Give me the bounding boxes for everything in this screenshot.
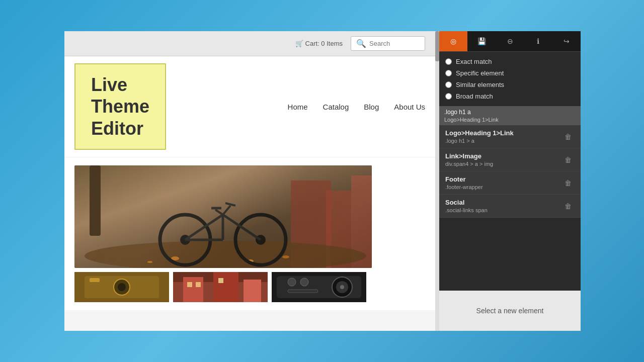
element-name-2: Footer: [445, 175, 561, 183]
scrollbar-thumb[interactable]: [435, 31, 439, 61]
remove-icon: ⊖: [507, 37, 513, 45]
logo-box: LiveThemeEditor: [74, 63, 166, 150]
element-selector-0: .logo h1 > a: [445, 138, 561, 144]
svg-rect-31: [213, 272, 238, 302]
match-option-specific[interactable]: Specific element: [445, 67, 575, 79]
element-list: Logo>Heading 1>Link .logo h1 > a 🗑 Link>…: [439, 125, 581, 291]
preview-topbar: 🛒 Cart: 0 Items 🔍: [64, 31, 435, 56]
element-item-0[interactable]: Logo>Heading 1>Link .logo h1 > a 🗑: [439, 125, 581, 148]
thumb-camera: [74, 272, 169, 302]
svg-rect-32: [244, 280, 261, 302]
delete-btn-3[interactable]: 🗑: [561, 201, 575, 211]
svg-rect-2: [90, 165, 101, 236]
preview-area: 🛒 Cart: 0 Items 🔍 LiveThemeEditor Home C…: [64, 31, 435, 331]
match-option-exact[interactable]: Exact match: [445, 56, 575, 67]
thumb-building: [173, 272, 268, 302]
svg-rect-35: [218, 278, 223, 283]
logo-text: LiveThemeEditor: [91, 74, 149, 139]
search-input[interactable]: [369, 40, 420, 47]
target-icon: ◎: [450, 37, 456, 45]
svg-point-41: [288, 278, 296, 286]
label-similar: Similar elements: [456, 81, 504, 88]
label-exact: Exact match: [456, 58, 492, 65]
cart-label: Cart: 0 Items: [305, 40, 343, 47]
match-option-broad[interactable]: Broad match: [445, 90, 575, 102]
element-info-0: Logo>Heading 1>Link .logo h1 > a: [445, 129, 561, 144]
tab-info[interactable]: ℹ: [524, 31, 552, 51]
tab-target[interactable]: ◎: [439, 31, 467, 51]
match-options: Exact match Specific element Similar ele…: [439, 52, 581, 106]
element-info-3: Social .social-links span: [445, 199, 561, 213]
main-window: 🛒 Cart: 0 Items 🔍 LiveThemeEditor Home C…: [64, 31, 581, 331]
match-option-similar[interactable]: Similar elements: [445, 79, 575, 90]
preview-nav: LiveThemeEditor Home Catalog Blog About …: [64, 56, 435, 157]
hero-image: [74, 165, 372, 268]
element-item-3[interactable]: Social .social-links span 🗑: [439, 195, 581, 218]
nav-link-catalog[interactable]: Catalog: [323, 103, 349, 111]
delete-btn-0[interactable]: 🗑: [561, 132, 575, 142]
element-item-2[interactable]: Footer .footer-wrapper 🗑: [439, 171, 581, 195]
element-name-1: Link>Image: [445, 152, 561, 160]
select-new-label: Select a new element: [476, 307, 544, 315]
info-icon: ℹ: [537, 37, 539, 45]
tab-export[interactable]: ↪: [552, 31, 581, 51]
search-box: 🔍: [351, 36, 425, 51]
element-name-3: Social: [445, 199, 561, 206]
thumb-row: [74, 272, 425, 302]
radio-broad[interactable]: [445, 93, 452, 100]
radio-exact[interactable]: [445, 58, 452, 65]
element-selector-2: .footer-wrapper: [445, 184, 561, 190]
element-name-0: Logo>Heading 1>Link: [445, 129, 561, 137]
radio-specific[interactable]: [445, 70, 452, 76]
tab-save[interactable]: 💾: [467, 31, 496, 51]
delete-btn-2[interactable]: 🗑: [561, 178, 575, 188]
element-info-2: Footer .footer-wrapper: [445, 175, 561, 190]
svg-point-40: [340, 285, 344, 289]
delete-btn-1[interactable]: 🗑: [561, 155, 575, 165]
nav-link-blog[interactable]: Blog: [364, 103, 379, 111]
cart-icon: 🛒: [295, 40, 303, 47]
svg-point-10: [147, 261, 152, 263]
nav-links: Home Catalog Blog About Us: [288, 103, 425, 111]
svg-point-26: [118, 283, 126, 291]
save-icon: 💾: [477, 37, 486, 45]
tab-remove[interactable]: ⊖: [496, 31, 524, 51]
panel-tabs: ◎ 💾 ⊖ ℹ ↪: [439, 31, 581, 52]
right-panel: ◎ 💾 ⊖ ℹ ↪ Exact match Specific el: [439, 31, 581, 331]
cart-link[interactable]: 🛒 Cart: 0 Items: [295, 40, 343, 47]
svg-point-9: [282, 255, 289, 258]
element-selector-1: div.span4 > a > img: [445, 161, 561, 167]
element-item-1[interactable]: Link>Image div.span4 > a > img 🗑: [439, 148, 581, 171]
element-info-1: Link>Image div.span4 > a > img: [445, 152, 561, 167]
svg-rect-30: [183, 277, 203, 302]
svg-rect-34: [196, 282, 201, 287]
thumb-audio: [272, 272, 366, 302]
radio-similar[interactable]: [445, 81, 452, 88]
label-specific: Specific element: [456, 69, 504, 77]
element-selector-3: .social-links span: [445, 207, 561, 213]
selector-path: Logo>Heading 1>Link: [444, 117, 576, 123]
selector-breadcrumb: .logo h1 a Logo>Heading 1>Link: [439, 106, 581, 125]
svg-rect-27: [90, 278, 100, 282]
nav-link-about[interactable]: About Us: [394, 103, 425, 111]
svg-rect-33: [187, 282, 192, 287]
select-new-area[interactable]: Select a new element: [439, 291, 581, 331]
preview-scrollbar[interactable]: [435, 31, 439, 331]
svg-point-42: [300, 278, 308, 286]
svg-rect-43: [288, 290, 318, 293]
nav-link-home[interactable]: Home: [288, 103, 308, 111]
label-broad: Broad match: [456, 93, 493, 100]
selector-input: .logo h1 a: [444, 109, 576, 116]
search-icon: 🔍: [356, 39, 366, 48]
preview-content: [64, 157, 435, 310]
export-icon: ↪: [564, 37, 570, 45]
